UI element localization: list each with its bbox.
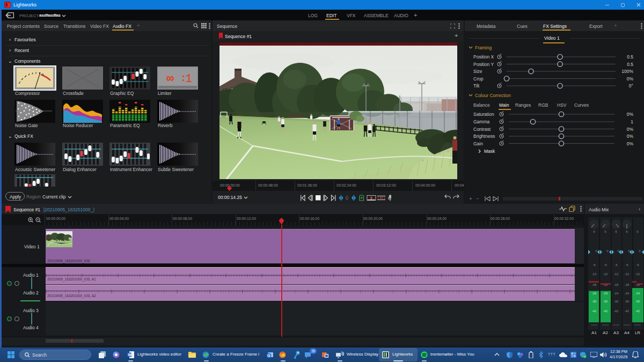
svg-text:-12: -12: [635, 272, 640, 276]
svg-text:HSV: HSV: [557, 102, 567, 108]
svg-text:Colour Correction: Colour Correction: [475, 93, 511, 98]
svg-text:-24: -24: [635, 292, 640, 295]
svg-text:6: 6: [626, 230, 627, 233]
svg-text:-12: -12: [614, 272, 618, 276]
svg-text:-42: -42: [603, 309, 608, 313]
svg-text:-6: -6: [593, 263, 596, 267]
svg-text:Balance: Balance: [473, 102, 490, 108]
svg-text:0%: 0%: [627, 134, 634, 139]
svg-text:-24: -24: [625, 292, 629, 295]
svg-text:0%: 0%: [627, 112, 634, 117]
svg-text:-6: -6: [626, 263, 628, 267]
svg-text:LR: LR: [635, 330, 640, 335]
svg-text:1: 1: [185, 72, 192, 86]
svg-text:0: 0: [617, 249, 619, 253]
svg-text:-6: -6: [604, 263, 607, 267]
svg-text:-18: -18: [614, 283, 618, 286]
svg-text:0°: 0°: [629, 83, 633, 88]
svg-text:100%: 100%: [621, 69, 633, 74]
svg-text:Position X: Position X: [473, 54, 494, 60]
svg-text:6: 6: [604, 230, 606, 233]
svg-text:-24: -24: [592, 292, 596, 295]
svg-text:-30: -30: [603, 300, 608, 303]
svg-text:Position Y: Position Y: [473, 62, 494, 67]
svg-text:-42: -42: [625, 309, 629, 313]
svg-text:-42: -42: [614, 309, 618, 313]
svg-text:A2: A2: [603, 330, 608, 335]
svg-text:Framing: Framing: [475, 45, 492, 50]
svg-text:W: W: [128, 353, 132, 357]
svg-text:0: 0: [639, 249, 640, 253]
svg-text:1: 1: [631, 119, 633, 124]
svg-text:Mask: Mask: [484, 149, 495, 154]
svg-text:Saturation: Saturation: [473, 112, 494, 117]
svg-text:-12: -12: [625, 272, 629, 276]
svg-text:∞: ∞: [166, 72, 174, 86]
svg-text:Crop: Crop: [473, 76, 484, 82]
svg-text:Main: Main: [499, 102, 509, 108]
svg-text:A4: A4: [624, 330, 630, 335]
svg-text:A1: A1: [591, 330, 597, 335]
svg-text:-12: -12: [603, 272, 608, 276]
svg-text:0: 0: [595, 249, 597, 253]
svg-text:0%: 0%: [627, 127, 634, 132]
svg-text:-18: -18: [592, 283, 596, 286]
svg-text:Size: Size: [473, 69, 482, 74]
svg-text:Tilt: Tilt: [473, 83, 480, 88]
svg-text:-6: -6: [615, 263, 618, 267]
svg-text:Ranges: Ranges: [515, 102, 531, 108]
svg-text:-30: -30: [625, 300, 629, 303]
svg-text:0%: 0%: [627, 76, 634, 82]
svg-text:Gain: Gain: [473, 141, 483, 146]
svg-text:Brightness: Brightness: [473, 134, 495, 139]
svg-text:Curves: Curves: [574, 102, 589, 108]
svg-text:0.5: 0.5: [627, 54, 633, 60]
svg-text:0: 0: [628, 249, 630, 253]
svg-text:-6: -6: [636, 263, 639, 267]
svg-text:0: 0: [606, 249, 608, 253]
svg-text:RGB: RGB: [538, 102, 548, 108]
svg-text:0.5: 0.5: [627, 62, 633, 67]
svg-text:-30: -30: [635, 300, 640, 303]
svg-text:0%: 0%: [627, 141, 634, 146]
svg-text:-42: -42: [592, 309, 596, 313]
svg-text:-24: -24: [603, 292, 608, 295]
svg-text:-42: -42: [635, 309, 640, 313]
svg-text:-30: -30: [592, 300, 596, 303]
svg-text:6: 6: [615, 230, 617, 233]
svg-text:6: 6: [593, 230, 595, 233]
svg-text:-12: -12: [592, 272, 596, 276]
svg-text:Contrast: Contrast: [473, 127, 491, 132]
svg-text:A3: A3: [613, 330, 619, 335]
svg-text:Gamma: Gamma: [473, 119, 490, 124]
svg-text:-18: -18: [625, 283, 629, 286]
svg-text:6: 6: [636, 230, 638, 233]
svg-text:-24: -24: [614, 292, 618, 295]
svg-text:-30: -30: [614, 300, 618, 303]
